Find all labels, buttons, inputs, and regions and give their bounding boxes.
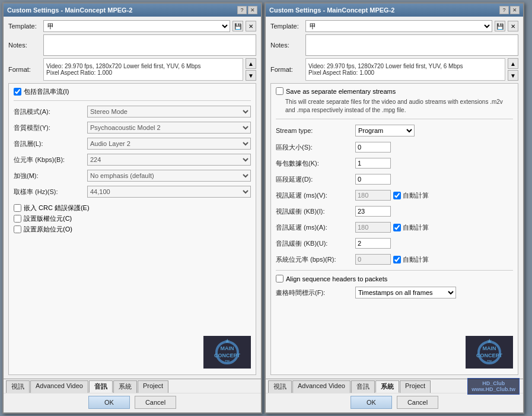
left-template-row: Template: 甲 💾 ✕ xyxy=(8,20,256,32)
right-save-separate-checkbox[interactable] xyxy=(276,87,283,95)
left-format-line2: Pixel Aspect Ratio: 1.000 xyxy=(46,69,240,76)
left-emphasis-select[interactable]: No emphasis (default) xyxy=(87,170,251,182)
right-segment-size-label: 區段大小(S): xyxy=(276,143,353,152)
right-format-scroll-up[interactable]: ▲ xyxy=(508,58,518,69)
right-tab-video[interactable]: 視訊 xyxy=(268,380,292,393)
right-audio-delay-auto-checkbox[interactable] xyxy=(393,224,401,231)
right-close-button[interactable]: ✕ xyxy=(510,6,520,14)
right-segment-size-row: 區段大小(S): xyxy=(276,142,513,153)
right-align-seq-row: Align sequence headers to packets xyxy=(276,275,513,282)
right-format-line1: Video: 29.970 fps, 1280x720 Lower field … xyxy=(308,63,502,69)
left-audio-mode-select[interactable]: Stereo Mode xyxy=(87,106,251,118)
left-dialog-title: Custom Settings - MainConcept MPEG-2 xyxy=(7,7,132,14)
right-template-save-button[interactable]: 💾 xyxy=(495,21,505,31)
left-tab-audio[interactable]: 音訊 xyxy=(89,380,113,393)
right-packets-row: 每包數據包(K): xyxy=(276,158,513,169)
left-help-button[interactable]: ? xyxy=(237,6,247,14)
right-tab-system[interactable]: 系統 xyxy=(375,380,399,393)
left-format-scroll-up[interactable]: ▲ xyxy=(246,58,256,69)
left-close-button[interactable]: ✕ xyxy=(248,6,257,14)
left-logo-ring: ★MAINCONCEPT™ xyxy=(215,341,239,364)
left-cancel-button[interactable]: Cancel xyxy=(135,396,176,409)
left-audio-layer-row: 音訊層(L): Audio Layer 2 xyxy=(14,138,251,150)
right-stream-type-row: Stream type: Program xyxy=(276,125,513,136)
right-video-buffer-label: 視訊緩衝 (KB)(I): xyxy=(276,207,353,216)
left-template-save-button[interactable]: 💾 xyxy=(232,21,243,31)
watermark-text: HD_Clubwww.HD_Club.tw xyxy=(472,380,515,392)
left-audio-layer-select[interactable]: Audio Layer 2 xyxy=(87,138,251,150)
left-tab-video[interactable]: 視訊 xyxy=(6,380,30,393)
left-notes-label: Notes: xyxy=(8,42,41,49)
right-template-delete-button[interactable]: ✕ xyxy=(508,21,518,31)
left-format-row: Format: Video: 29.970 fps, 1280x720 Lowe… xyxy=(8,58,256,81)
right-notes-label: Notes: xyxy=(270,42,303,49)
right-sys-bitrate-auto-checkbox[interactable] xyxy=(393,256,401,263)
left-original-checkbox[interactable] xyxy=(14,226,21,233)
left-ok-button[interactable]: OK xyxy=(88,396,130,409)
left-audio-mode-row: 音訊模式(A): Stereo Mode xyxy=(14,106,251,118)
left-tab-project[interactable]: Project xyxy=(138,380,168,393)
right-stream-type-select[interactable]: Program xyxy=(355,125,415,136)
right-audio-delay-input[interactable] xyxy=(355,222,391,233)
left-audio-quality-select[interactable]: Psychoacoustic Model 2 xyxy=(87,122,251,134)
right-audio-delay-row: 音訊延遲 (ms)(A): 自動計算 xyxy=(276,222,513,233)
left-emphasis-row: 加強(M): No emphasis (default) xyxy=(14,170,251,182)
right-tab-advanced-video[interactable]: Advanced Video xyxy=(292,380,351,393)
left-sample-rate-select[interactable]: 44,100 xyxy=(87,186,251,198)
right-help-button[interactable]: ? xyxy=(499,6,509,14)
left-crc-label: 嵌入 CRC 錯誤保護(E) xyxy=(24,204,90,212)
right-segment-size-input[interactable] xyxy=(355,142,391,153)
left-template-select[interactable]: 甲 xyxy=(43,20,230,32)
right-align-seq-checkbox[interactable] xyxy=(276,275,283,282)
left-crc-checkbox[interactable] xyxy=(14,204,21,212)
right-ok-button[interactable]: OK xyxy=(351,396,392,409)
right-format-box: Video: 29.970 fps, 1280x720 Lower field … xyxy=(305,58,505,81)
left-format-box: Video: 29.970 fps, 1280x720 Lower field … xyxy=(43,58,243,81)
left-format-label: Format: xyxy=(8,66,41,73)
right-audio-buffer-input[interactable] xyxy=(355,238,391,249)
right-video-delay-label: 視訊延遲 (ms)(V): xyxy=(276,191,353,200)
left-copyright-row: 設置版權位元(C) xyxy=(14,214,251,223)
left-format-scroll-down[interactable]: ▼ xyxy=(246,70,256,81)
right-tab-audio[interactable]: 音訊 xyxy=(351,380,375,393)
right-template-label: Template: xyxy=(270,23,303,30)
left-tab-advanced-video[interactable]: Advanced Video xyxy=(30,380,88,393)
left-bitrate-label: 位元率 (Kbps)(B): xyxy=(14,155,85,164)
right-video-delay-auto-checkbox[interactable] xyxy=(393,192,401,199)
left-notes-row: Notes: xyxy=(8,34,256,56)
left-title-bar: Custom Settings - MainConcept MPEG-2 ? ✕ xyxy=(4,4,261,17)
right-segment-delay-row: 區段延遲(D): xyxy=(276,174,513,185)
left-include-audio-label: 包括音訊串流(I) xyxy=(24,87,69,96)
right-segment-delay-input[interactable] xyxy=(355,174,391,185)
left-bitrate-select[interactable]: 224 xyxy=(87,154,251,166)
left-bottom-buttons: OK Cancel xyxy=(4,393,261,412)
left-audio-quality-label: 音質模型(Y): xyxy=(14,123,85,132)
right-audio-buffer-row: 音訊緩衝 (KB)(U): xyxy=(276,238,513,249)
right-logo-ring: ★MAINCONCEPT™ xyxy=(477,341,501,364)
right-timestamp-select[interactable]: Timestamps on all frames xyxy=(355,287,456,298)
right-format-line2: Pixel Aspect Ratio: 1.000 xyxy=(308,69,502,76)
right-sys-bitrate-input[interactable] xyxy=(355,254,391,265)
right-dialog-title: Custom Settings - MainConcept MPEG-2 xyxy=(269,7,394,14)
right-template-select[interactable]: 甲 xyxy=(305,20,492,32)
right-audio-delay-auto: 自動計算 xyxy=(393,223,429,232)
right-packets-input[interactable] xyxy=(355,158,391,169)
right-notes-textarea[interactable] xyxy=(305,34,518,56)
right-cancel-button[interactable]: Cancel xyxy=(397,396,438,409)
right-sys-bitrate-row: 系統位元率 (bps)(R): 自動計算 xyxy=(276,254,513,265)
left-logo-box: ★MAINCONCEPT™ xyxy=(203,336,251,369)
right-video-buffer-input[interactable] xyxy=(355,206,391,217)
left-template-delete-button[interactable]: ✕ xyxy=(246,21,256,31)
right-tab-project[interactable]: Project xyxy=(400,380,431,393)
left-checkboxes: 嵌入 CRC 錯誤保護(E) 設置版權位元(C) 設置原始位元(O) xyxy=(14,204,251,234)
right-align-seq-label: Align sequence headers to packets xyxy=(286,275,387,282)
right-format-scroll-down[interactable]: ▼ xyxy=(508,70,518,81)
left-sample-rate-label: 取樣率 (Hz)(S): xyxy=(14,188,85,196)
left-copyright-checkbox[interactable] xyxy=(14,215,21,223)
left-notes-textarea[interactable] xyxy=(43,34,256,56)
left-tab-system[interactable]: 系統 xyxy=(113,380,137,393)
right-video-delay-input[interactable] xyxy=(355,190,391,201)
right-video-delay-row: 視訊延遲 (ms)(V): 自動計算 xyxy=(276,190,513,201)
left-include-audio-checkbox[interactable] xyxy=(14,88,21,96)
right-packets-label: 每包數據包(K): xyxy=(276,159,353,168)
